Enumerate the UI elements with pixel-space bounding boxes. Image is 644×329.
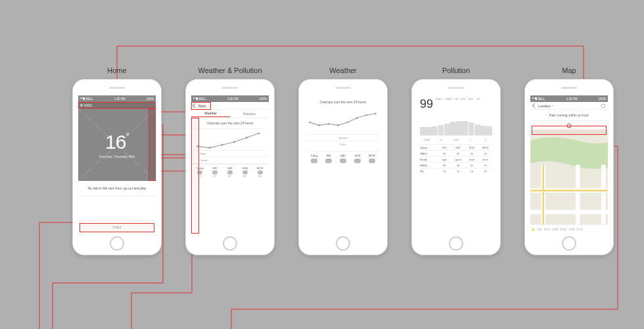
carrier: BELL [86,97,93,101]
tab-pollution[interactable]: Pollution [230,110,269,117]
nav-bar: Back [191,102,269,110]
screen-label: Weather & Pollution [186,66,274,74]
day-col: SAT [336,152,350,166]
time-slider[interactable] [530,121,608,130]
back-icon[interactable] [193,103,197,108]
phone-speaker [561,87,577,89]
phone-home-button[interactable] [562,236,576,251]
summary-message: No rain in the next hour, go out and pla… [78,181,156,196]
pollutant-legend: PM2.5PM10O3 NO2SO2CO [436,98,492,101]
hourly-chart[interactable] [307,108,379,132]
table-row: TodayFRISATSUNMON [420,144,492,150]
chevron-down-icon: ▾ [552,104,553,107]
svg-point-8 [328,123,330,125]
map-header: Location ▾ [530,102,608,110]
forecast-banner: Overcast over the next 24 hours [307,98,379,108]
svg-point-11 [356,117,358,119]
screen-label: Map [525,66,613,74]
phone-home-button[interactable] [110,236,124,251]
cloud-icon [258,170,263,174]
battery: 100% [146,97,154,101]
svg-point-5 [258,132,260,134]
day-col: Today45° [193,166,208,178]
map-message: Rain coming within an hour [530,110,608,121]
phone-weather: Weather Overcast over the next 24 hours … [298,79,388,255]
cloud-icon [227,170,233,174]
status-bar: BELL 1:20 PM 100% [191,95,269,102]
svg-point-10 [346,122,348,124]
signal-icon [532,97,537,100]
svg-point-3 [233,141,235,143]
clock: 1:20 PM [114,97,126,101]
phone-speaker [109,87,125,89]
table-row: PM1060585555 [420,162,492,168]
phone-speaker [222,87,238,89]
period-row-thead: T'head [191,157,269,164]
day-col: Today [307,152,321,166]
screen-label: Pollution [412,66,500,74]
screen-label: Weather [299,66,387,74]
cloud-icon [369,159,375,163]
phone-home-button[interactable] [449,236,463,251]
location-label: 94301 [84,104,93,107]
weather-hero[interactable]: 16° Overcast / Humidity 48% [78,109,156,181]
play-icon[interactable] [532,228,535,231]
day-col: MON [365,152,379,166]
cloud-icon [354,159,361,163]
phone-home-button[interactable] [223,236,237,251]
location-icon [80,104,83,107]
svg-point-1 [209,147,211,149]
cloud-icon [242,170,248,174]
timeline-bar[interactable]: 1:00 10:15 10:30 10:45 11:00 11:15 [530,224,608,234]
signal-icon [193,97,198,100]
slider-knob[interactable] [567,123,572,128]
screen: 99 PM2.5PM10O3 NO2SO2CO 11AM121PM23 Toda… [417,95,495,234]
tab-weather[interactable]: Weather [191,110,230,117]
svg-point-6 [309,122,311,124]
hero-side-strip[interactable] [149,109,156,181]
screen: BELL 1:20 PM 100% Back Weather Pollution… [191,95,269,234]
back-icon[interactable] [532,103,537,108]
day-col: SUN [350,152,365,166]
table-row: O312121313 [420,168,492,174]
status-bar: BELL 1:20 PM 100% [530,95,608,102]
info-row: 2 hrs [307,141,379,147]
day-forecast-bar[interactable]: Today FRI SAT SUN MON [307,151,379,166]
aqi-bar-chart[interactable] [420,113,492,136]
screen-label: Home [73,66,161,74]
screen: Overcast over the next 24 hours Sunset 2… [304,95,382,234]
back-label[interactable]: Back [198,104,206,108]
cloud-icon [197,170,202,174]
pollution-table: TodayFRISATSUNMON PM2.545454545 Gradelig… [420,144,492,174]
table-row: PM2.545454545 [420,150,492,156]
tabs: Weather Pollution [191,110,269,118]
cloud-icon [325,159,332,163]
phone-home-button[interactable] [336,236,350,251]
table-row: Gradelightgoodfreshfresh [420,156,492,162]
svg-point-0 [196,145,198,147]
svg-point-2 [221,144,223,146]
day-col: MON46° [252,166,267,178]
day-col: FRI45° [208,166,223,178]
svg-point-4 [246,137,248,139]
cloud-icon [340,159,346,163]
svg-point-9 [337,124,339,126]
forecast-banner: Overcast over the next 24 hours [191,118,269,128]
screen: BELL 1:20 PM 100% 94301 16° Overcast / H… [78,95,156,234]
layers-icon[interactable] [601,104,605,108]
cloud-icon [311,159,317,163]
cloud-icon [212,170,218,174]
svg-point-12 [365,114,367,116]
aqi-axis: 11AM121PM23 [420,139,492,141]
status-bar: BELL 1:20 PM 100% [78,95,156,102]
location-header[interactable]: 94301 [78,102,156,109]
bottom-bar[interactable]: 1 hour [78,220,156,234]
info-row: Sunset [307,134,379,141]
location-dropdown[interactable]: Location [538,104,551,108]
day-forecast-bar[interactable]: Today45° FRI45° SAT45° SUN46° MON46° [191,164,269,180]
screen: BELL 1:20 PM 100% Location ▾ Rain coming… [530,95,608,234]
phone-speaker [448,87,464,89]
map-canvas[interactable]: 1:00 10:15 10:30 10:45 11:00 11:15 [530,130,608,234]
aqi-value: 99 [420,98,433,110]
hourly-chart[interactable] [194,128,266,151]
